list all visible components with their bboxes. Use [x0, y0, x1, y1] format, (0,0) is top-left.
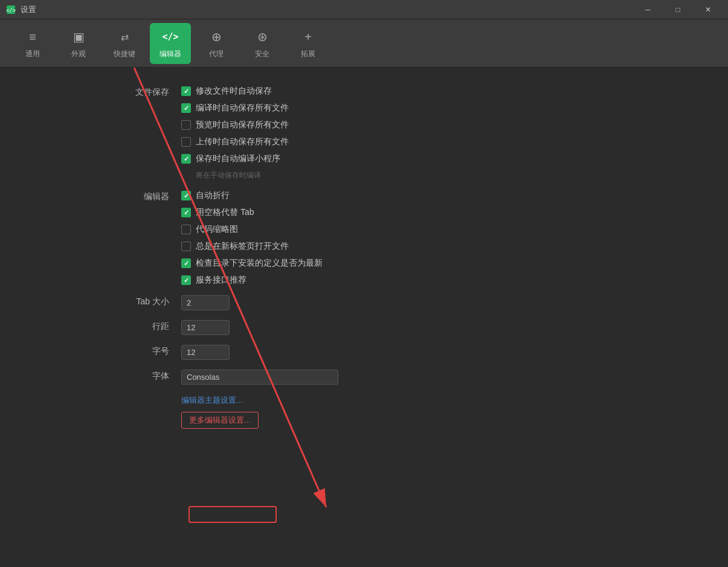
checkbox-auto-save-on-modify[interactable] [181, 86, 191, 96]
file-save-section: 文件保存 修改文件时自动保存 编译时自动保存所有文件 预览时自动保存所有文件 上… [121, 86, 728, 181]
file-save-option-2-label: 预览时自动保存所有文件 [196, 120, 289, 130]
font-size-label: 字号 [121, 345, 181, 357]
editor-option-4-label: 检查目录下安装的定义是否为最新 [196, 258, 323, 269]
minimize-button[interactable]: ─ [634, 0, 662, 19]
editor-content: 自动折行 用空格代替 Tab 代码缩略图 总是在新标签页打开文件 检查目录下安装… [181, 190, 728, 286]
file-save-option-0-label: 修改文件时自动保存 [196, 86, 272, 97]
extensions-label: 拓展 [301, 49, 315, 59]
toolbar-extensions[interactable]: + 拓展 [288, 23, 329, 64]
editor-option-5-label: 服务接口推荐 [196, 275, 246, 286]
editor-option-1-label: 用空格代替 Tab [196, 207, 254, 218]
editor-section: 编辑器 自动折行 用空格代替 Tab 代码缩略图 总是在新标签页打开文件 检查目… [121, 190, 728, 286]
maximize-button[interactable]: □ [664, 0, 692, 19]
links-spacer [121, 394, 181, 396]
proxy-icon: ⊕ [207, 27, 226, 46]
editor-option-5: 服务接口推荐 [181, 275, 728, 286]
appearance-icon: ▣ [69, 27, 88, 46]
file-save-hint: 将在手动保存时编译 [196, 170, 728, 181]
editor-icon: </> [161, 27, 180, 46]
checkbox-space-for-tab[interactable] [181, 208, 191, 217]
editor-option-0-label: 自动折行 [196, 190, 230, 201]
editor-label: 编辑器 [121, 190, 181, 202]
editor-option-0: 自动折行 [181, 190, 728, 201]
appearance-label: 外观 [71, 49, 86, 59]
font-family-input[interactable] [181, 370, 338, 385]
file-save-content: 修改文件时自动保存 编译时自动保存所有文件 预览时自动保存所有文件 上传时自动保… [181, 86, 728, 181]
font-family-label: 字体 [121, 370, 181, 382]
toolbar-appearance[interactable]: ▣ 外观 [58, 23, 99, 64]
font-family-section: 字体 [121, 370, 728, 385]
editor-option-2: 代码缩略图 [181, 224, 728, 235]
titlebar-left: </> 设置 [6, 4, 36, 15]
toolbar: ≡ 通用 ▣ 外观 ⇄ 快捷键 </> 编辑器 ⊕ 代理 ⊛ 安全 + 拓展 [0, 19, 728, 68]
window-title: 设置 [21, 4, 36, 15]
links-content: 编辑器主题设置... 更多编辑器设置... [181, 394, 728, 429]
titlebar: </> 设置 ─ □ ✕ [0, 0, 728, 19]
line-height-section: 行距 [121, 320, 728, 335]
checkbox-service-api-suggest[interactable] [181, 275, 191, 285]
file-save-option-4: 保存时自动编译小程序 [181, 153, 728, 164]
security-icon: ⊛ [253, 27, 272, 46]
checkbox-auto-save-on-upload[interactable] [181, 137, 191, 147]
toolbar-general[interactable]: ≡ 通用 [12, 23, 53, 64]
font-family-content [181, 370, 728, 385]
file-save-option-4-label: 保存时自动编译小程序 [196, 153, 280, 164]
checkbox-auto-wrap[interactable] [181, 191, 191, 200]
editor-option-4: 检查目录下安装的定义是否为最新 [181, 258, 728, 269]
general-icon: ≡ [23, 27, 42, 46]
more-editor-settings-button[interactable]: 更多编辑器设置... [181, 412, 259, 429]
file-save-option-1-label: 编译时自动保存所有文件 [196, 103, 289, 114]
toolbar-security[interactable]: ⊛ 安全 [242, 23, 283, 64]
editor-label: 编辑器 [159, 49, 181, 59]
main-content: 文件保存 修改文件时自动保存 编译时自动保存所有文件 预览时自动保存所有文件 上… [0, 68, 728, 567]
shortcuts-icon: ⇄ [115, 27, 134, 46]
font-size-input[interactable] [181, 345, 230, 360]
tab-size-label: Tab 大小 [121, 295, 181, 307]
links-section: 编辑器主题设置... 更多编辑器设置... [121, 394, 728, 429]
editor-option-2-label: 代码缩略图 [196, 224, 238, 235]
svg-text:</>: </> [6, 7, 16, 13]
theme-settings-link[interactable]: 编辑器主题设置... [181, 396, 243, 405]
editor-option-3: 总是在新标签页打开文件 [181, 241, 728, 252]
extensions-icon: + [298, 27, 318, 46]
shortcuts-label: 快捷键 [114, 49, 135, 59]
checkbox-check-definitions[interactable] [181, 258, 191, 268]
app-icon: </> [6, 5, 16, 14]
checkbox-minimap[interactable] [181, 225, 191, 234]
file-save-option-3-label: 上传时自动保存所有文件 [196, 136, 289, 147]
checkbox-new-tab[interactable] [181, 242, 191, 251]
titlebar-controls: ─ □ ✕ [634, 0, 722, 19]
general-label: 通用 [25, 49, 40, 59]
toolbar-shortcuts[interactable]: ⇄ 快捷键 [104, 23, 145, 64]
tab-size-section: Tab 大小 [121, 295, 728, 310]
editor-option-1: 用空格代替 Tab [181, 207, 728, 218]
tab-size-content [181, 295, 728, 310]
file-save-option-3: 上传时自动保存所有文件 [181, 136, 728, 147]
font-size-section: 字号 [121, 345, 728, 360]
file-save-option-1: 编译时自动保存所有文件 [181, 103, 728, 114]
file-save-label: 文件保存 [121, 86, 181, 98]
file-save-option-2: 预览时自动保存所有文件 [181, 120, 728, 130]
toolbar-proxy[interactable]: ⊕ 代理 [196, 23, 237, 64]
line-height-input[interactable] [181, 320, 230, 335]
checkbox-auto-save-on-preview[interactable] [181, 120, 191, 130]
line-height-content [181, 320, 728, 335]
font-size-content [181, 345, 728, 360]
file-save-option-0: 修改文件时自动保存 [181, 86, 728, 97]
toolbar-editor[interactable]: </> 编辑器 [150, 23, 191, 64]
proxy-label: 代理 [209, 49, 224, 59]
security-label: 安全 [255, 49, 269, 59]
checkbox-auto-save-on-compile[interactable] [181, 103, 191, 113]
close-button[interactable]: ✕ [694, 0, 722, 19]
checkbox-auto-compile-on-save[interactable] [181, 154, 191, 164]
editor-option-3-label: 总是在新标签页打开文件 [196, 241, 289, 252]
tab-size-input[interactable] [181, 295, 230, 310]
line-height-label: 行距 [121, 320, 181, 332]
